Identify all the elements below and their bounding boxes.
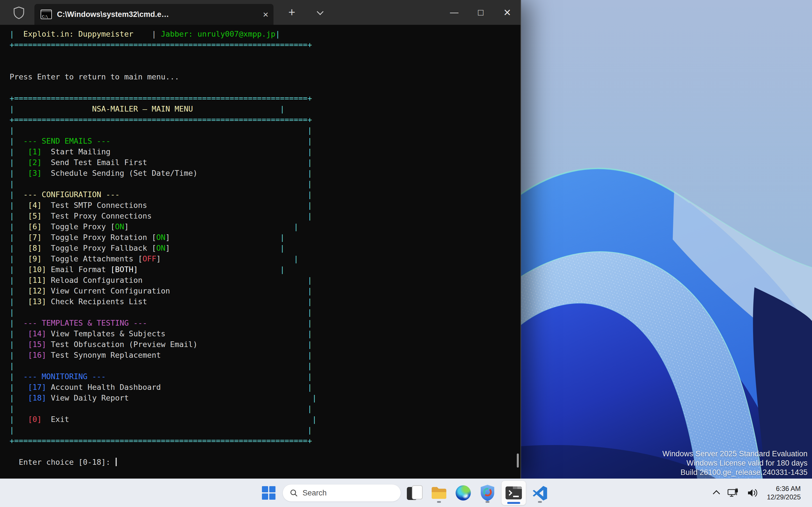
terminal-line: | | [10, 307, 520, 318]
terminal-line: | --- MONITORING --- | [10, 371, 520, 382]
file-explorer-button[interactable] [428, 482, 449, 504]
terminal-line: | [17] Account Health Dashboard | [10, 382, 520, 393]
terminal-line: | [16] Test Synonym Replacement | [10, 350, 520, 360]
terminal-tab[interactable]: C:\ C:\Windows\system32\cmd.e… × [35, 4, 273, 25]
task-view-icon [407, 485, 423, 501]
terminal-titlebar[interactable]: C:\ C:\Windows\system32\cmd.e… × + — □ × [0, 0, 520, 25]
terminal-line: +=======================================… [10, 93, 520, 104]
maximize-button[interactable]: □ [467, 0, 494, 25]
desktop-wallpaper: Windows Server 2025 Standard Evaluation … [520, 0, 812, 507]
terminal-lines: | Exploit.in: Duppymeister | Jabber: unr… [10, 29, 520, 467]
wallpaper-art [520, 0, 812, 507]
terminal-line: | | [10, 179, 520, 189]
volume-icon[interactable] [747, 488, 758, 498]
scrollbar-thumb[interactable] [517, 453, 519, 467]
network-icon[interactable] [727, 488, 739, 498]
terminal-line: | [2] Send Test Email First | [10, 157, 520, 168]
terminal-line: +=======================================… [10, 436, 520, 446]
search-label: Search [303, 489, 327, 497]
terminal-line: | [15] Test Obfuscation (Preview Email) … [10, 339, 520, 350]
terminal-line: | [10] Email Format [BOTH] | [10, 264, 520, 275]
watermark-line-2: Windows License valid for 180 days [662, 459, 808, 468]
task-view-button[interactable] [404, 482, 425, 504]
terminal-line: | [0] Exit | [10, 414, 520, 425]
terminal-window: C:\ C:\Windows\system32\cmd.e… × + — □ ×… [0, 0, 521, 479]
hotspot-shield-button[interactable] [477, 482, 498, 504]
vpn-shield-icon [479, 484, 495, 502]
admin-shield-icon [12, 6, 26, 19]
terminal-line: | | [10, 403, 520, 414]
taskbar: Search [0, 478, 812, 507]
terminal-line: | | [10, 360, 520, 371]
terminal-line [10, 61, 520, 71]
terminal-line [10, 50, 520, 61]
running-indicator [437, 501, 441, 503]
search-box[interactable]: Search [283, 484, 401, 502]
system-tray: 6:36 AM 12/29/2025 [714, 479, 812, 507]
vscode-icon [532, 485, 548, 501]
terminal-cursor [116, 458, 117, 466]
running-indicator [486, 501, 490, 503]
terminal-line: Press Enter to return to main menu... [10, 71, 520, 82]
terminal-line: | | [10, 125, 520, 136]
terminal-line [10, 446, 520, 457]
terminal-line: | [7] Toggle Proxy Rotation [ON] | [10, 232, 520, 243]
clock[interactable]: 6:36 AM 12/29/2025 [767, 485, 801, 501]
tab-close-icon[interactable]: × [259, 10, 268, 19]
tray-time: 6:36 AM [767, 485, 801, 493]
tray-date: 12/29/2025 [767, 493, 801, 501]
terminal-taskbar-button[interactable] [501, 481, 526, 505]
cmd-icon: C:\ [41, 10, 52, 19]
terminal-line: +=======================================… [10, 114, 520, 125]
new-tab-button[interactable]: + [282, 0, 302, 25]
tab-dropdown-button[interactable] [310, 0, 330, 25]
minimize-button[interactable]: — [441, 0, 467, 25]
edge-button[interactable] [453, 482, 474, 504]
terminal-line: | [11] Reload Configuration | [10, 275, 520, 286]
terminal-line [10, 82, 520, 93]
tab-title: C:\Windows\system32\cmd.e… [57, 10, 259, 19]
taskbar-center: Search [258, 479, 550, 507]
terminal-line: | [13] Check Recipients List | [10, 296, 520, 307]
file-explorer-icon [431, 486, 447, 500]
terminal-line: | [9] Toggle Attachments [OFF] | [10, 253, 520, 264]
terminal-line: | [6] Toggle Proxy [ON] | [10, 221, 520, 232]
terminal-line: | [4] Test SMTP Connections | [10, 200, 520, 211]
terminal-line: | NSA-MAILER — MAIN MENU | [10, 104, 520, 114]
terminal-scrollbar[interactable] [516, 25, 519, 479]
windows-start-icon [262, 486, 275, 500]
running-indicator [538, 501, 542, 503]
windows-eval-watermark: Windows Server 2025 Standard Evaluation … [662, 449, 808, 477]
terminal-line: | Exploit.in: Duppymeister | Jabber: unr… [10, 29, 520, 40]
close-button[interactable]: × [494, 0, 520, 25]
watermark-line-1: Windows Server 2025 Standard Evaluation [662, 449, 808, 459]
terminal-line: | [1] Start Mailing | [10, 147, 520, 157]
terminal-line: | [3] Schedule Sending (Set Date/Time) | [10, 168, 520, 179]
desktop: Windows Server 2025 Standard Evaluation … [0, 0, 812, 507]
active-app-indicator [507, 502, 520, 504]
edge-icon [456, 485, 471, 501]
terminal-line: | --- SEND EMAILS --- | [10, 136, 520, 147]
start-button[interactable] [258, 482, 279, 504]
terminal-line: | | [10, 425, 520, 436]
terminal-line: | --- CONFIGURATION --- | [10, 189, 520, 200]
terminal-line: +=======================================… [10, 40, 520, 50]
window-controls: — □ × [441, 0, 520, 25]
terminal-output[interactable]: | Exploit.in: Duppymeister | Jabber: unr… [0, 25, 520, 479]
terminal-line: | [14] View Templates & Subjects | [10, 328, 520, 339]
terminal-app-icon [506, 487, 522, 499]
tray-chevron-up-icon[interactable] [713, 490, 720, 497]
terminal-line: Enter choice [0-18]: [10, 457, 520, 467]
terminal-line: | [12] View Current Configuration | [10, 286, 520, 296]
terminal-line: | --- TEMPLATES & TESTING --- | [10, 318, 520, 328]
search-icon [290, 489, 298, 497]
terminal-line: | [5] Test Proxy Connections | [10, 211, 520, 221]
chevron-down-icon [317, 8, 323, 15]
vscode-button[interactable] [529, 482, 550, 504]
terminal-line: | [18] View Daily Report | [10, 393, 520, 403]
terminal-line: | [8] Toggle Proxy Fallback [ON] | [10, 243, 520, 253]
watermark-line-3: Build 26100.ge_release.240331-1435 [662, 468, 808, 477]
